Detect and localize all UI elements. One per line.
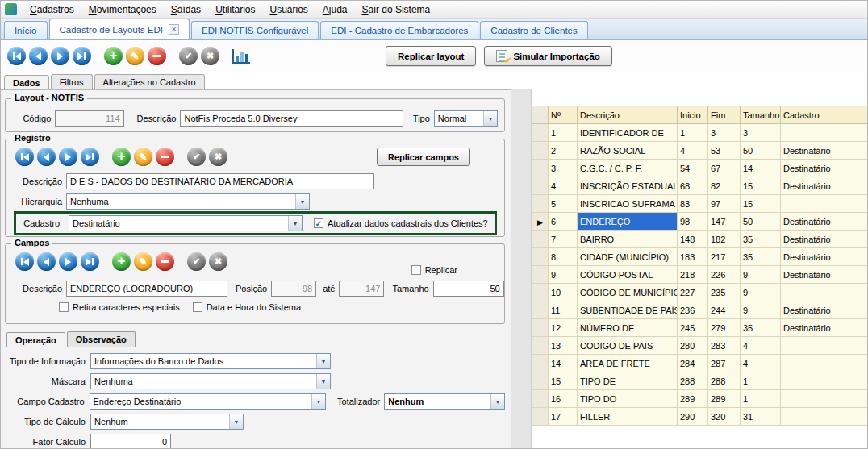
cell-cadastro[interactable]: Destinatário <box>781 301 868 319</box>
cell-cadastro[interactable] <box>781 355 868 372</box>
cell-descricao[interactable]: AREA DE FRETE <box>578 355 678 372</box>
hierarquia-select[interactable]: Nenhuma <box>66 193 310 210</box>
cell-numero[interactable]: 2 <box>549 142 578 160</box>
cell-inicio[interactable]: 83 <box>678 195 708 213</box>
table-row[interactable]: 13CODIGO DE PAIS2802834 <box>532 337 868 355</box>
posicao-field[interactable]: 98 <box>271 281 316 297</box>
cell-tamanho[interactable]: 4 <box>741 355 781 372</box>
table-row[interactable]: 7BAIRRO14818235Destinatário <box>532 231 868 248</box>
cell-numero[interactable]: 17 <box>549 408 578 426</box>
tipo-informacao-select[interactable]: Informações do Banco de Dados <box>90 353 331 369</box>
tab-edi-notfis-configuravel[interactable]: EDI NOTFIS Configurável <box>191 21 319 39</box>
cell-fim[interactable]: 82 <box>708 177 741 195</box>
cell-numero[interactable]: 3 <box>549 160 578 177</box>
registro-delete-button[interactable] <box>156 148 174 166</box>
main-prev-button[interactable] <box>29 47 48 65</box>
cell-tamanho[interactable]: 9 <box>741 301 781 319</box>
codigo-field[interactable]: 114 <box>55 110 123 127</box>
dropdown-arrow-icon[interactable] <box>490 394 504 409</box>
menu-item-saidas[interactable]: Saídas <box>164 2 208 18</box>
cell-descricao[interactable]: IDENTIFICADOR DE <box>578 124 678 142</box>
cell-fim[interactable]: 226 <box>708 266 741 284</box>
cell-numero[interactable]: 13 <box>549 337 578 355</box>
dropdown-arrow-icon[interactable] <box>316 354 330 368</box>
cell-inicio[interactable]: 54 <box>678 160 708 177</box>
campos-confirm-button[interactable] <box>187 252 206 271</box>
menu-item-cadastros[interactable]: Cadastros <box>23 2 81 18</box>
cell-cadastro[interactable]: Destinatário <box>781 319 868 337</box>
main-last-button[interactable] <box>73 47 91 65</box>
campo-cadastro-select[interactable]: Endereço Destinatário <box>90 393 327 410</box>
column-header-n[interactable]: Nº <box>549 106 578 124</box>
registro-add-button[interactable] <box>112 148 131 166</box>
subtab-dados[interactable]: Dados <box>4 75 49 90</box>
cell-descricao[interactable]: BAIRRO <box>578 231 678 248</box>
dropdown-arrow-icon[interactable] <box>295 194 309 209</box>
main-next-button[interactable] <box>51 47 69 65</box>
main-cancel-button[interactable] <box>201 47 219 65</box>
cell-descricao[interactable]: TIPO DE <box>578 372 678 390</box>
cell-numero[interactable]: 16 <box>549 390 578 408</box>
cell-fim[interactable]: 67 <box>708 160 741 177</box>
cell-numero[interactable]: 4 <box>549 177 578 195</box>
table-row[interactable]: 4INSCRIÇÃO ESTADUAL688215Destinatário <box>532 177 868 195</box>
cell-fim[interactable]: 279 <box>708 319 741 337</box>
campos-last-button[interactable] <box>81 252 99 271</box>
tab-cadastro-de-clientes[interactable]: Cadastro de Clientes <box>480 21 587 39</box>
campos-first-button[interactable] <box>15 252 34 271</box>
campos-add-button[interactable] <box>112 252 131 271</box>
dropdown-arrow-icon[interactable] <box>316 374 330 389</box>
cell-descricao[interactable]: INSCRIÇÃO ESTADUAL <box>578 177 678 195</box>
cell-tamanho[interactable]: 35 <box>741 319 781 337</box>
cell-descricao[interactable]: NÚMERO DE <box>578 319 678 337</box>
cell-fim[interactable]: 3 <box>708 124 741 142</box>
cell-cadastro[interactable]: Destinatário <box>781 142 868 160</box>
cell-numero[interactable]: 12 <box>549 319 578 337</box>
cell-descricao[interactable]: SUBENTIDADE DE PAÍS <box>578 301 678 319</box>
cell-numero[interactable]: 15 <box>549 372 578 390</box>
main-first-button[interactable] <box>7 47 26 65</box>
registro-next-button[interactable] <box>59 148 77 166</box>
cell-inicio[interactable]: 68 <box>678 177 708 195</box>
cell-fim[interactable]: 289 <box>708 390 741 408</box>
ate-field[interactable]: 147 <box>339 281 384 297</box>
cell-descricao[interactable]: CIDADE (MUNICÍPIO) <box>578 248 678 266</box>
cell-cadastro[interactable] <box>781 284 868 301</box>
cell-inicio[interactable]: 183 <box>678 248 708 266</box>
cell-tamanho[interactable]: 35 <box>741 248 781 266</box>
retira-caracteres-checkbox[interactable]: Retira caracteres especiais <box>59 302 180 312</box>
campos-delete-button[interactable] <box>156 252 174 271</box>
cell-tamanho[interactable]: 1 <box>741 372 781 390</box>
close-icon[interactable] <box>169 24 179 35</box>
cell-tamanho[interactable]: 9 <box>741 284 781 301</box>
table-row[interactable]: 16TIPO DO2892891 <box>532 390 868 408</box>
cell-inicio[interactable]: 98 <box>678 213 708 231</box>
cell-descricao[interactable]: CÓDIGO POSTAL <box>578 266 678 284</box>
cell-descricao[interactable]: RAZÃO SOCIAL <box>578 142 678 160</box>
cell-cadastro[interactable] <box>781 372 868 390</box>
cell-descricao[interactable]: CODIGO DE PAIS <box>578 337 678 355</box>
cell-tamanho[interactable]: 9 <box>741 266 781 284</box>
table-row[interactable]: 3C.G.C. / C. P. F.546714Destinatário <box>532 160 868 177</box>
cell-descricao[interactable]: C.G.C. / C. P. F. <box>578 160 678 177</box>
campos-prev-button[interactable] <box>37 252 56 271</box>
table-row[interactable]: 1IDENTIFICADOR DE133 <box>532 124 868 142</box>
main-edit-button[interactable] <box>126 47 144 65</box>
cell-fim[interactable]: 287 <box>708 355 741 372</box>
menu-item-movimentacoes[interactable]: Movimentações <box>81 2 164 18</box>
subtab-alteracoes-no-cadastro[interactable]: Alterações no Cadastro <box>94 74 205 89</box>
table-row[interactable]: 11SUBENTIDADE DE PAÍS2362449Destinatário <box>532 301 868 319</box>
cell-inicio[interactable]: 236 <box>678 301 708 319</box>
menu-item-sair-do-sistema[interactable]: Sair do Sistema <box>355 2 438 18</box>
cell-numero[interactable]: 1 <box>549 124 578 142</box>
campos-cancel-button[interactable] <box>209 252 227 271</box>
table-row[interactable]: 5INSCRICAO SUFRAMA839715 <box>532 195 868 213</box>
cell-fim[interactable]: 217 <box>708 248 741 266</box>
table-row[interactable]: 6ENDEREÇO9814750Destinatário <box>532 213 868 231</box>
tamanho-field[interactable]: 50 <box>433 281 504 297</box>
campos-descricao-field[interactable]: ENDEREÇO (LOGRADOURO) <box>66 281 227 297</box>
cell-inicio[interactable]: 227 <box>678 284 708 301</box>
layout-descricao-field[interactable]: NotFis Proceda 5.0 Diversey <box>180 110 403 127</box>
registro-descricao-field[interactable]: D E S - DADOS DO DESTINATÁRIO DA MERCADO… <box>66 173 374 189</box>
cell-fim[interactable]: 244 <box>708 301 741 319</box>
